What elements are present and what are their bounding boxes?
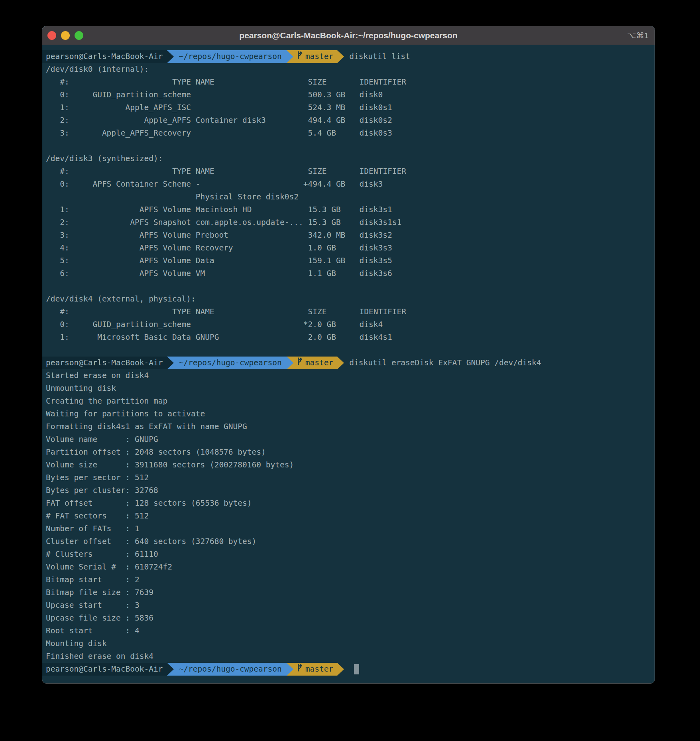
git-branch-icon (297, 663, 303, 676)
terminal-line: 4: APFS Volume Recovery 1.0 GB disk3s3 (42, 242, 655, 254)
terminal-line: Number of FATs : 1 (42, 522, 655, 535)
terminal-line: /dev/disk3 (synthesized): (42, 152, 655, 165)
terminal-line: 3: Apple_APFS_Recovery 5.4 GB disk0s3 (42, 127, 655, 140)
terminal-line: Upcase start : 3 (42, 599, 655, 612)
terminal-line: #: TYPE NAME SIZE IDENTIFIER (42, 305, 655, 318)
prompt-user-host: pearson@Carls-MacBook-Air (42, 663, 167, 676)
prompt-git-branch: master (305, 663, 333, 676)
prompt-user-host: pearson@Carls-MacBook-Air (42, 357, 167, 369)
prompt-line: pearson@Carls-MacBook-Air ~/repos/hugo-c… (42, 50, 655, 63)
prompt-user-host: pearson@Carls-MacBook-Air (42, 50, 167, 63)
terminal-line: 0: GUID_partition_scheme 500.3 GB disk0 (42, 89, 655, 101)
terminal-line: /dev/disk4 (external, physical): (42, 293, 655, 305)
prompt-branch-segment: master (293, 357, 337, 369)
terminal-line: Finished erase on disk4 (42, 650, 655, 663)
terminal-line: Bitmap file size : 7639 (42, 586, 655, 599)
prompt-line: pearson@Carls-MacBook-Air ~/repos/hugo-c… (42, 663, 655, 676)
powerline-separator-icon (167, 50, 174, 63)
terminal-line (42, 140, 655, 152)
window-shortcut-badge: ⌥⌘1 (627, 26, 649, 45)
terminal-line: #: TYPE NAME SIZE IDENTIFIER (42, 165, 655, 178)
prompt-directory: ~/repos/hugo-cwpearson (174, 357, 287, 369)
terminal-line: Physical Store disk0s2 (42, 191, 655, 203)
traffic-lights (47, 26, 83, 45)
terminal-line: Bitmap start : 2 (42, 573, 655, 586)
terminal-window: pearson@Carls-MacBook-Air:~/repos/hugo-c… (42, 26, 655, 684)
terminal-line: 2: Apple_APFS Container disk3 494.4 GB d… (42, 114, 655, 127)
prompt-git-branch: master (305, 50, 333, 63)
terminal-line: 0: APFS Container Scheme - +494.4 GB dis… (42, 178, 655, 191)
terminal-line: Cluster offset : 640 sectors (327680 byt… (42, 535, 655, 548)
terminal-line: 1: Apple_APFS_ISC 524.3 MB disk0s1 (42, 101, 655, 114)
terminal-line: Volume name : GNUPG (42, 433, 655, 446)
terminal-line: Upcase file size : 5836 (42, 612, 655, 625)
powerline-separator-icon (287, 357, 293, 369)
terminal-line: Bytes per sector : 512 (42, 471, 655, 484)
powerline-separator-icon (337, 357, 344, 369)
terminal-line: 5: APFS Volume Data 159.1 GB disk3s5 (42, 254, 655, 267)
terminal-line: FAT offset : 128 sectors (65536 bytes) (42, 497, 655, 510)
fullscreen-button[interactable] (75, 31, 83, 40)
powerline-separator-icon (167, 663, 174, 676)
terminal-line: /dev/disk0 (internal): (42, 63, 655, 76)
terminal-line: Volume size : 3911680 sectors (200278016… (42, 459, 655, 471)
terminal-line: Bytes per cluster: 32768 (42, 484, 655, 497)
terminal-line: Formatting disk4s1 as ExFAT with name GN… (42, 420, 655, 433)
close-button[interactable] (47, 31, 56, 40)
prompt-directory: ~/repos/hugo-cwpearson (174, 663, 287, 676)
minimize-button[interactable] (61, 31, 70, 40)
powerline-separator-icon (337, 663, 344, 676)
terminal-line: # Clusters : 61110 (42, 548, 655, 561)
powerline-separator-icon (287, 50, 293, 63)
terminal-line: Started erase on disk4 (42, 369, 655, 382)
prompt-directory: ~/repos/hugo-cwpearson (174, 50, 287, 63)
terminal-line: Creating the partition map (42, 395, 655, 408)
prompt-command[interactable]: diskutil eraseDisk ExFAT GNUPG /dev/disk… (344, 357, 541, 369)
terminal-body[interactable]: pearson@Carls-MacBook-Air ~/repos/hugo-c… (42, 45, 655, 676)
git-branch-icon (297, 50, 303, 63)
terminal-line: # FAT sectors : 512 (42, 510, 655, 522)
git-branch-icon (297, 357, 303, 369)
terminal-line: Volume Serial # : 610724f2 (42, 561, 655, 573)
terminal-line: 1: Microsoft Basic Data GNUPG 2.0 GB dis… (42, 331, 655, 344)
terminal-line: 3: APFS Volume Preboot 342.0 MB disk3s2 (42, 229, 655, 242)
powerline-separator-icon (167, 357, 174, 369)
prompt-command[interactable]: diskutil list (344, 50, 410, 63)
terminal-line: Unmounting disk (42, 382, 655, 395)
terminal-line: Mounting disk (42, 637, 655, 650)
terminal-line: 0: GUID_partition_scheme *2.0 GB disk4 (42, 318, 655, 331)
terminal-line: Partition offset : 2048 sectors (1048576… (42, 446, 655, 459)
terminal-line (42, 344, 655, 357)
terminal-cursor (354, 664, 359, 674)
terminal-line (42, 280, 655, 293)
prompt-branch-segment: master (293, 50, 337, 63)
prompt-git-branch: master (305, 357, 333, 369)
terminal-line: 6: APFS Volume VM 1.1 GB disk3s6 (42, 267, 655, 280)
terminal-line: #: TYPE NAME SIZE IDENTIFIER (42, 76, 655, 89)
window-title: pearson@Carls-MacBook-Air:~/repos/hugo-c… (42, 31, 655, 40)
powerline-separator-icon (337, 50, 344, 63)
powerline-separator-icon (287, 663, 293, 676)
terminal-line: 1: APFS Volume Macintosh HD 15.3 GB disk… (42, 203, 655, 216)
title-bar[interactable]: pearson@Carls-MacBook-Air:~/repos/hugo-c… (42, 26, 655, 45)
prompt-line: pearson@Carls-MacBook-Air ~/repos/hugo-c… (42, 357, 655, 369)
prompt-branch-segment: master (293, 663, 337, 676)
terminal-line: Root start : 4 (42, 625, 655, 637)
terminal-line: Waiting for partitions to activate (42, 408, 655, 420)
terminal-line: 2: APFS Snapshot com.apple.os.update-...… (42, 216, 655, 229)
